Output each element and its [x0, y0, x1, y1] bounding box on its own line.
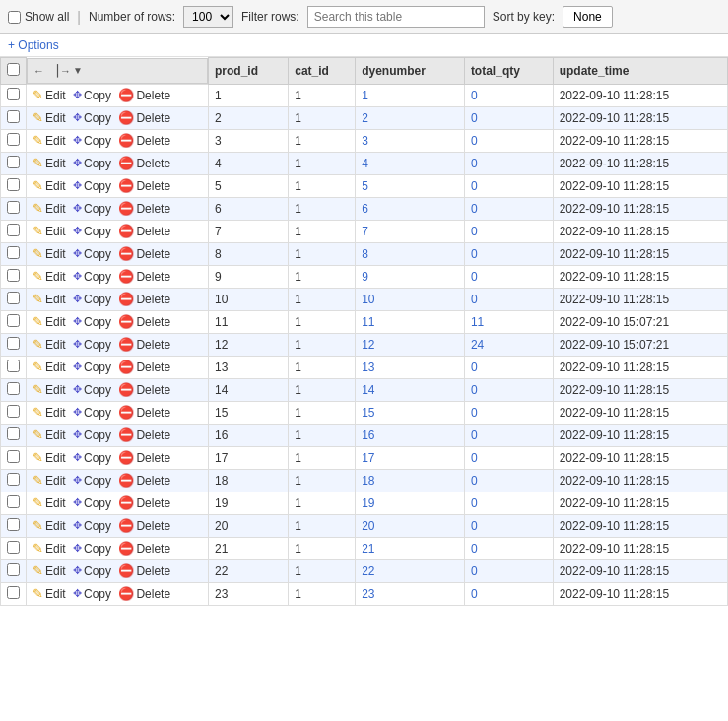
copy-inline-button[interactable]: ✥ Copy — [73, 360, 111, 374]
delete-circle-icon[interactable]: ⛔ — [118, 405, 134, 420]
row-checkbox[interactable] — [7, 178, 20, 191]
link-total_qty[interactable]: 0 — [471, 225, 478, 238]
link-total_qty[interactable]: 11 — [471, 315, 484, 329]
copy-inline-button[interactable]: ✥ Copy — [73, 338, 111, 352]
delete-circle-icon[interactable]: ⛔ — [118, 450, 134, 465]
header-update-time[interactable]: update_time — [553, 58, 727, 85]
copy-inline-button[interactable]: ✥ Copy — [73, 428, 111, 442]
show-all-checkbox[interactable] — [8, 11, 21, 24]
delete-circle-icon[interactable]: ⛔ — [118, 201, 134, 216]
row-checkbox[interactable] — [7, 133, 20, 146]
delete-button[interactable]: Delete — [136, 406, 170, 420]
copy-inline-button[interactable]: ✥ Copy — [73, 202, 111, 216]
delete-circle-icon[interactable]: ⛔ — [118, 495, 134, 510]
link-total_qty[interactable]: 0 — [471, 542, 478, 556]
delete-circle-icon[interactable]: ⛔ — [118, 427, 134, 442]
copy-inline-button[interactable]: ✥ Copy — [73, 519, 111, 533]
edit-button[interactable]: ✎ Edit — [33, 201, 66, 216]
delete-circle-icon[interactable]: ⛔ — [118, 269, 134, 284]
copy-inline-button[interactable]: ✥ Copy — [73, 542, 111, 556]
row-checkbox[interactable] — [7, 427, 20, 440]
edit-button[interactable]: ✎ Edit — [33, 405, 66, 420]
edit-button[interactable]: ✎ Edit — [33, 133, 66, 148]
edit-button[interactable]: ✎ Edit — [33, 178, 66, 193]
link-dyenumber[interactable]: 23 — [362, 587, 374, 601]
copy-inline-button[interactable]: ✥ Copy — [73, 270, 111, 284]
link-dyenumber[interactable]: 18 — [362, 474, 374, 488]
edit-button[interactable]: ✎ Edit — [33, 337, 66, 352]
delete-button[interactable]: Delete — [136, 134, 170, 148]
link-dyenumber[interactable]: 5 — [362, 179, 368, 193]
link-dyenumber[interactable]: 16 — [362, 428, 374, 442]
delete-button[interactable]: Delete — [136, 564, 170, 578]
delete-button[interactable]: Delete — [136, 360, 170, 374]
delete-circle-icon[interactable]: ⛔ — [118, 133, 134, 148]
delete-circle-icon[interactable]: ⛔ — [118, 246, 134, 261]
delete-circle-icon[interactable]: ⛔ — [118, 563, 134, 578]
row-checkbox[interactable] — [7, 586, 20, 599]
delete-circle-icon[interactable]: ⛔ — [118, 337, 134, 352]
header-prod-id[interactable]: prod_id — [209, 58, 289, 85]
delete-button[interactable]: Delete — [136, 451, 170, 465]
header-cat-id[interactable]: cat_id — [289, 58, 356, 85]
delete-circle-icon[interactable]: ⛔ — [118, 541, 134, 556]
link-total_qty[interactable]: 0 — [471, 111, 478, 125]
copy-inline-button[interactable]: ✥ Copy — [73, 451, 111, 465]
delete-button[interactable]: Delete — [136, 383, 170, 397]
row-checkbox[interactable] — [7, 360, 20, 372]
link-total_qty[interactable]: 0 — [471, 179, 478, 193]
edit-button[interactable]: ✎ Edit — [33, 586, 66, 601]
row-checkbox[interactable] — [7, 541, 20, 554]
delete-button[interactable]: Delete — [136, 157, 170, 170]
row-checkbox[interactable] — [7, 382, 20, 395]
row-checkbox[interactable] — [7, 88, 20, 100]
link-dyenumber[interactable]: 10 — [362, 293, 374, 306]
link-dyenumber[interactable]: 20 — [362, 519, 374, 533]
link-total_qty[interactable]: 24 — [471, 338, 484, 352]
delete-circle-icon[interactable]: ⛔ — [118, 360, 134, 374]
copy-inline-button[interactable]: ✥ Copy — [73, 383, 111, 397]
link-total_qty[interactable]: 0 — [471, 202, 478, 216]
rows-select[interactable]: 2550100250500 — [183, 6, 233, 28]
delete-circle-icon[interactable]: ⛔ — [118, 156, 134, 170]
edit-button[interactable]: ✎ Edit — [33, 246, 66, 261]
link-total_qty[interactable]: 0 — [471, 383, 478, 397]
edit-button[interactable]: ✎ Edit — [33, 450, 66, 465]
row-checkbox[interactable] — [7, 156, 20, 168]
delete-button[interactable]: Delete — [136, 519, 170, 533]
delete-circle-icon[interactable]: ⛔ — [118, 110, 134, 125]
delete-button[interactable]: Delete — [136, 247, 170, 261]
delete-button[interactable]: Delete — [136, 293, 170, 306]
row-checkbox[interactable] — [7, 473, 20, 486]
delete-button[interactable]: Delete — [136, 587, 170, 601]
copy-inline-button[interactable]: ✥ Copy — [73, 111, 111, 125]
header-dyenumber[interactable]: dyenumber — [356, 58, 465, 85]
link-dyenumber[interactable]: 2 — [362, 111, 368, 125]
delete-button[interactable]: Delete — [136, 89, 170, 102]
row-checkbox[interactable] — [7, 246, 20, 259]
copy-inline-button[interactable]: ✥ Copy — [73, 225, 111, 238]
link-total_qty[interactable]: 0 — [471, 519, 478, 533]
delete-button[interactable]: Delete — [136, 179, 170, 193]
link-total_qty[interactable]: 0 — [471, 428, 478, 442]
edit-button[interactable]: ✎ Edit — [33, 360, 66, 374]
copy-inline-button[interactable]: ✥ Copy — [73, 496, 111, 510]
row-checkbox[interactable] — [7, 201, 20, 214]
delete-button[interactable]: Delete — [136, 496, 170, 510]
delete-button[interactable]: Delete — [136, 542, 170, 556]
row-checkbox[interactable] — [7, 269, 20, 282]
link-total_qty[interactable]: 0 — [471, 474, 478, 488]
link-dyenumber[interactable]: 8 — [362, 247, 368, 261]
delete-button[interactable]: Delete — [136, 315, 170, 329]
edit-button[interactable]: ✎ Edit — [33, 473, 66, 488]
edit-button[interactable]: ✎ Edit — [33, 224, 66, 238]
delete-circle-icon[interactable]: ⛔ — [118, 224, 134, 238]
row-checkbox[interactable] — [7, 518, 20, 531]
link-dyenumber[interactable]: 9 — [362, 270, 368, 284]
edit-button[interactable]: ✎ Edit — [33, 495, 66, 510]
nav-left-arrow[interactable]: ← — [33, 65, 44, 77]
link-dyenumber[interactable]: 13 — [362, 360, 374, 374]
link-dyenumber[interactable]: 4 — [362, 157, 368, 170]
copy-inline-button[interactable]: ✥ Copy — [73, 564, 111, 578]
link-dyenumber[interactable]: 1 — [362, 89, 368, 102]
